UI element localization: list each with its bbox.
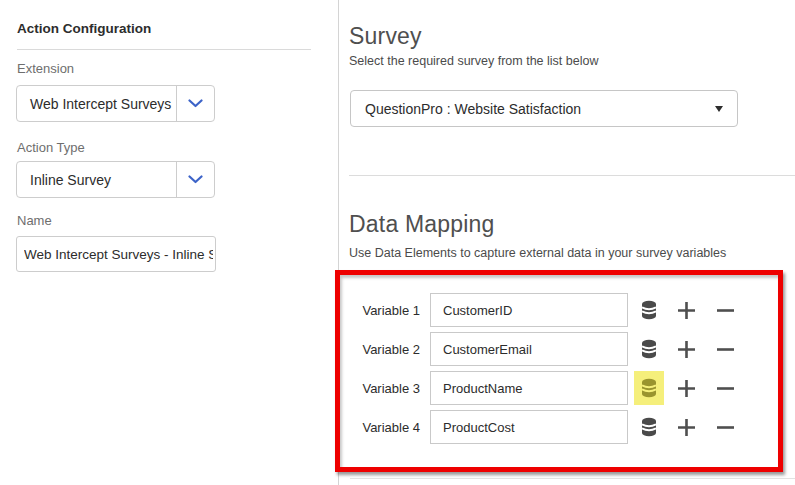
annotation-red-box: Variable 1 Variable 2 (335, 270, 783, 472)
variable-3-label: Variable 3 (340, 381, 430, 396)
survey-select[interactable]: QuestionPro : Website Satisfaction (350, 90, 738, 127)
variable-row-1: Variable 1 (340, 293, 778, 327)
name-label: Name (17, 213, 52, 228)
extension-dropdown-value: Web Intercept Surveys (17, 86, 176, 121)
variable-row-4: Variable 4 (340, 410, 778, 444)
survey-section-title: Survey (349, 23, 422, 50)
add-variable-icon[interactable] (671, 410, 701, 444)
data-element-selector-icon[interactable] (634, 293, 664, 327)
action-configuration-screen: Action Configuration Extension Web Inter… (0, 0, 795, 485)
variable-1-label: Variable 1 (340, 303, 430, 318)
action-type-label: Action Type (17, 140, 85, 155)
add-variable-icon[interactable] (671, 371, 701, 405)
panel-title-divider (17, 49, 311, 50)
name-input[interactable] (16, 236, 216, 272)
section-divider (349, 175, 795, 176)
extension-label: Extension (17, 61, 74, 76)
remove-variable-icon[interactable] (710, 371, 740, 405)
data-mapping-section-description: Use Data Elements to capture external da… (349, 246, 726, 260)
variable-1-input[interactable] (430, 293, 628, 327)
action-type-dropdown[interactable]: Inline Survey (16, 161, 215, 198)
data-element-selector-icon[interactable] (634, 332, 664, 366)
chevron-down-icon[interactable] (176, 86, 214, 121)
variable-3-input[interactable] (430, 371, 628, 405)
variable-2-input[interactable] (430, 332, 628, 366)
remove-variable-icon[interactable] (710, 293, 740, 327)
variable-row-3: Variable 3 (340, 371, 778, 405)
variable-4-label: Variable 4 (340, 420, 430, 435)
variable-4-input[interactable] (430, 410, 628, 444)
panel-title: Action Configuration (17, 21, 151, 36)
data-element-selector-icon-highlighted[interactable] (634, 371, 664, 405)
action-type-dropdown-value: Inline Survey (17, 162, 176, 197)
survey-select-value: QuestionPro : Website Satisfaction (365, 101, 715, 117)
data-element-selector-icon[interactable] (634, 410, 664, 444)
survey-section-description: Select the required survey from the list… (349, 54, 598, 68)
extension-dropdown[interactable]: Web Intercept Surveys (16, 85, 215, 122)
bottom-divider (350, 478, 795, 479)
select-arrow-icon (715, 106, 723, 112)
variable-2-label: Variable 2 (340, 342, 430, 357)
add-variable-icon[interactable] (671, 293, 701, 327)
variable-row-2: Variable 2 (340, 332, 778, 366)
remove-variable-icon[interactable] (710, 410, 740, 444)
remove-variable-icon[interactable] (710, 332, 740, 366)
chevron-down-icon[interactable] (176, 162, 214, 197)
data-mapping-section-title: Data Mapping (349, 211, 495, 238)
add-variable-icon[interactable] (671, 332, 701, 366)
